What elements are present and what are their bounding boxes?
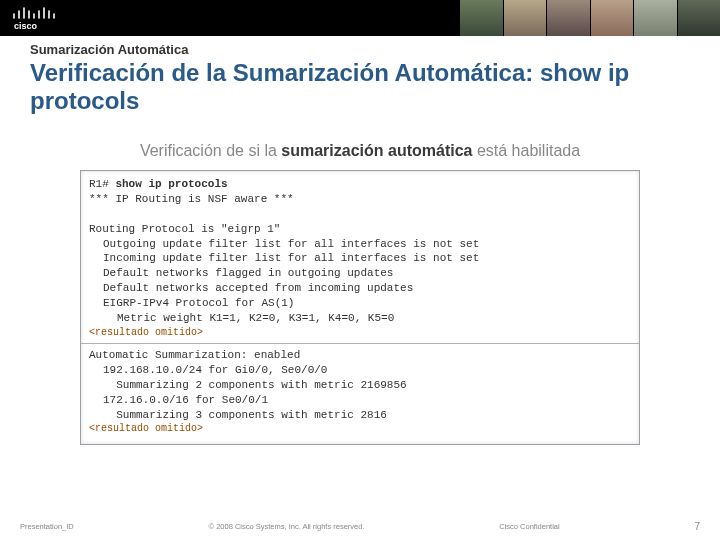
command-text: show ip protocols [115, 178, 227, 190]
terminal-line: *** IP Routing is NSF aware *** [89, 192, 631, 207]
slide-footer: Presentation_ID © 2008 Cisco Systems, In… [0, 521, 720, 532]
slide-title: Verificación de la Sumarización Automáti… [30, 59, 690, 114]
subtitle-segment: está habilitada [472, 142, 580, 159]
terminal-prompt-line: R1# show ip protocols [89, 177, 631, 192]
terminal-line: 192.168.10.0/24 for Gi0/0, Se0/0/0 [89, 363, 631, 378]
terminal-line: Default networks accepted from incoming … [89, 281, 631, 296]
terminal-line: Summarizing 2 components with metric 216… [89, 378, 631, 393]
terminal-output: R1# show ip protocols *** IP Routing is … [80, 170, 640, 445]
slide-content: Sumarización Automática Verificación de … [0, 36, 720, 445]
cisco-logo: cisco [10, 2, 58, 32]
subtitle-bold: sumarización automática [281, 142, 472, 159]
omitted-marker: <resultado omitido> [89, 422, 631, 436]
header-bar: cisco [0, 0, 720, 36]
terminal-line: Outgoing update filter list for all inte… [89, 237, 631, 252]
slide-subtitle: Verificación de si la sumarización autom… [30, 142, 690, 160]
terminal-line [89, 207, 631, 222]
terminal-bottom-section: Automatic Summarization: enabled 192.168… [81, 343, 639, 444]
omitted-marker: <resultado omitido> [89, 326, 631, 340]
footer-left: Presentation_ID [20, 522, 74, 531]
page-number: 7 [694, 521, 700, 532]
subtitle-segment: Verificación de si la [140, 142, 281, 159]
terminal-line: EIGRP-IPv4 Protocol for AS(1) [89, 296, 631, 311]
header-photo-strip [460, 0, 720, 36]
terminal-line: Automatic Summarization: enabled [89, 348, 631, 363]
slide-pretitle: Sumarización Automática [30, 42, 690, 57]
terminal-line: 172.16.0.0/16 for Se0/0/1 [89, 393, 631, 408]
terminal-line: Routing Protocol is "eigrp 1" [89, 222, 631, 237]
footer-copyright: © 2008 Cisco Systems, Inc. All rights re… [209, 522, 365, 531]
footer-confidential: Cisco Confidential [499, 522, 559, 531]
terminal-top-section: R1# show ip protocols *** IP Routing is … [81, 171, 639, 343]
prompt-text: R1# [89, 178, 115, 190]
logo-text: cisco [14, 21, 38, 31]
terminal-line: Default networks flagged in outgoing upd… [89, 266, 631, 281]
terminal-line: Incoming update filter list for all inte… [89, 251, 631, 266]
terminal-line: Metric weight K1=1, K2=0, K3=1, K4=0, K5… [89, 311, 631, 326]
terminal-line: Summarizing 3 components with metric 281… [89, 408, 631, 423]
